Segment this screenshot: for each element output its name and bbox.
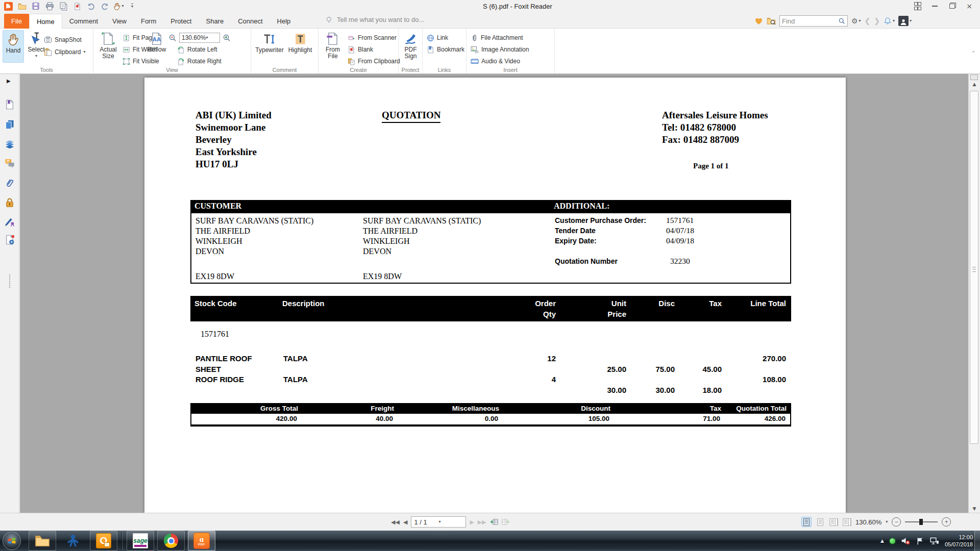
close-button[interactable]: × xyxy=(961,0,978,12)
reflow-button[interactable]: Reflow xyxy=(146,30,167,63)
single-page-layout-button[interactable] xyxy=(801,517,812,527)
redo-button[interactable] xyxy=(99,1,110,11)
file-attachment-button[interactable]: File Attachment xyxy=(471,33,523,43)
taskbar-clock[interactable]: 12:00 05/07/2018 xyxy=(945,534,973,548)
undo-button[interactable] xyxy=(85,1,96,11)
scroll-down-button[interactable]: ▼ xyxy=(969,506,980,511)
layout-grid-icon[interactable] xyxy=(909,0,926,12)
scrollbar-thumb[interactable] xyxy=(970,91,978,444)
tab-view[interactable]: View xyxy=(105,14,134,29)
panel-resize-handle[interactable] xyxy=(9,274,10,288)
zoom-out-button[interactable] xyxy=(168,34,177,42)
from-clipboard-button[interactable]: From Clipboard xyxy=(348,56,400,66)
next-view-button[interactable] xyxy=(502,518,510,526)
tab-connect[interactable]: Connect xyxy=(231,14,270,29)
highlight-button[interactable]: Highlight xyxy=(286,30,314,63)
taskbar-file-explorer[interactable] xyxy=(29,531,56,551)
facing-layout-button[interactable] xyxy=(829,517,838,527)
tab-help[interactable]: Help xyxy=(270,14,298,29)
notification-bell-button[interactable]: ▾ xyxy=(884,17,895,25)
duplicate-view-button[interactable] xyxy=(58,1,69,11)
hand-tool-quick-button[interactable]: ▾ xyxy=(113,1,124,11)
taskbar-people-app[interactable] xyxy=(59,531,87,551)
pdf-sign-button[interactable]: PDF Sign xyxy=(400,30,421,63)
start-button[interactable] xyxy=(3,532,21,550)
tab-home[interactable]: Home xyxy=(29,14,62,29)
zoom-slider[interactable] xyxy=(905,521,938,522)
open-file-button[interactable] xyxy=(16,1,28,11)
tab-file[interactable]: File xyxy=(4,14,29,29)
rotate-right-button[interactable]: Rotate Right xyxy=(177,56,222,66)
continuous-facing-layout-button[interactable] xyxy=(842,517,851,527)
taskbar-chrome[interactable] xyxy=(157,531,185,551)
blank-button[interactable]: Blank xyxy=(348,44,373,55)
hidden-icons-arrow[interactable]: ▲ xyxy=(880,538,884,543)
link-button[interactable]: Link xyxy=(427,33,448,43)
digital-signatures-panel-icon[interactable] xyxy=(5,216,15,227)
security-panel-icon[interactable] xyxy=(5,197,15,208)
network-icon[interactable] xyxy=(930,536,939,545)
scroll-up-button[interactable]: ▲ xyxy=(969,82,980,87)
tab-share[interactable]: Share xyxy=(199,14,231,29)
print-button[interactable] xyxy=(44,1,55,11)
status-green-icon[interactable] xyxy=(890,538,895,544)
split-view-handle[interactable] xyxy=(970,74,978,80)
taskbar-foxit-reader[interactable]: ɑPDF xyxy=(188,531,215,551)
snapshot-button[interactable]: SnapShot xyxy=(44,35,82,45)
first-page-button[interactable]: ◀◀ xyxy=(391,519,400,525)
bookmarks-panel-icon[interactable] xyxy=(5,99,15,110)
last-page-button[interactable]: ▶▶ xyxy=(478,519,486,525)
expand-panel-arrow[interactable]: ▶ xyxy=(7,78,13,84)
action-center-flag-icon[interactable] xyxy=(916,537,924,545)
find-input[interactable]: Find xyxy=(779,15,848,27)
previous-view-button[interactable] xyxy=(490,518,498,526)
customize-toolbar-button[interactable]: ▾ xyxy=(127,1,138,11)
zoom-dropdown-caret[interactable]: ▾ xyxy=(886,520,888,524)
tab-form[interactable]: Form xyxy=(134,14,163,29)
zoom-in-button-status[interactable]: + xyxy=(942,517,951,527)
taskbar-sage[interactable]: sage xyxy=(127,531,154,551)
zoom-out-button-status[interactable]: − xyxy=(892,517,901,527)
maximize-button[interactable] xyxy=(943,0,961,12)
document-canvas[interactable]: ABI (UK) Limited Swinemoor Lane Beverley… xyxy=(20,74,980,513)
page-thumbnails-panel-icon[interactable] xyxy=(5,119,15,130)
audio-video-button[interactable]: Audio & Video xyxy=(471,56,520,66)
tab-comment[interactable]: Comment xyxy=(62,14,105,29)
heart-icon[interactable] xyxy=(754,17,763,26)
taskbar-outlook[interactable]: O xyxy=(90,531,117,551)
from-file-button[interactable]: From File xyxy=(321,30,345,63)
new-document-button[interactable] xyxy=(71,1,83,11)
show-desktop-button[interactable] xyxy=(974,531,980,551)
tab-protect[interactable]: Protect xyxy=(163,14,199,29)
save-button[interactable] xyxy=(30,1,41,11)
typewriter-button[interactable]: Typewriter xyxy=(255,30,284,63)
tell-me-search[interactable]: Tell me what you want to do... xyxy=(325,16,424,23)
comments-panel-icon[interactable] xyxy=(5,158,15,168)
attachments-panel-icon[interactable] xyxy=(5,178,15,188)
next-page-button[interactable]: ▶ xyxy=(470,519,474,525)
hand-tool-button[interactable]: Hand xyxy=(3,30,24,63)
user-account-button[interactable]: ▾ xyxy=(898,16,912,26)
volume-muted-icon[interactable] xyxy=(901,536,910,545)
zoom-level-combo[interactable]: 130.60%▾ xyxy=(179,33,220,43)
back-chevron-icon[interactable]: ❮ xyxy=(865,17,871,25)
page-number-combo[interactable]: 1 / 1▾ xyxy=(411,516,466,528)
previous-page-button[interactable]: ◀ xyxy=(403,519,407,525)
clipboard-button[interactable]: Clipboard▾ xyxy=(44,47,85,57)
zoom-in-button[interactable] xyxy=(223,34,231,42)
bookmark-button[interactable]: Bookmark xyxy=(427,44,464,55)
connected-pdf-panel-icon[interactable] xyxy=(5,235,15,245)
forward-chevron-icon[interactable]: ❯ xyxy=(874,17,880,25)
actual-size-button[interactable]: Actual Size xyxy=(96,30,120,63)
minimize-button[interactable] xyxy=(926,0,943,12)
folder-search-icon[interactable] xyxy=(767,16,776,26)
rotate-left-button[interactable]: Rotate Left xyxy=(177,44,217,55)
zoom-slider-thumb[interactable] xyxy=(919,519,923,525)
foxit-logo-icon[interactable] xyxy=(3,1,14,11)
collapse-ribbon-chevron[interactable]: ⌃ xyxy=(971,50,976,57)
vertical-scrollbar[interactable]: ▲ ▼ xyxy=(968,74,980,513)
continuous-layout-button[interactable] xyxy=(816,517,825,527)
from-scanner-button[interactable]: From Scanner xyxy=(348,33,397,43)
settings-gear-button[interactable]: ⚙ ▾ xyxy=(851,17,861,25)
image-annotation-button[interactable]: Image Annotation xyxy=(471,44,529,55)
